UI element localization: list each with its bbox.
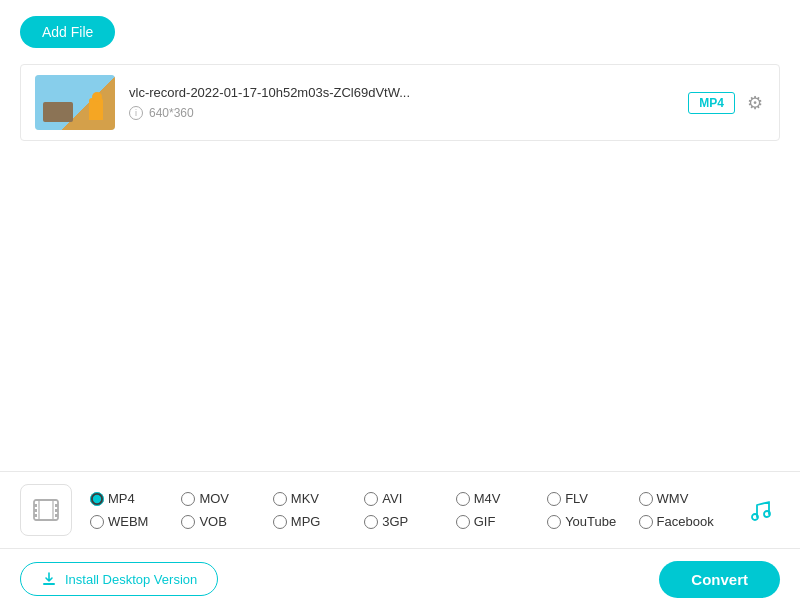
svg-rect-5 [55,509,58,512]
file-info: vlc-record-2022-01-17-10h52m03s-ZCl69dVt… [129,85,674,120]
label-facebook: Facebook [657,514,714,529]
format-badge: MP4 [688,92,735,114]
label-webm: WEBM [108,514,148,529]
format-option-vob[interactable]: VOB [181,514,272,529]
format-option-webm[interactable]: WEBM [90,514,181,529]
file-thumbnail [35,75,115,130]
svg-rect-2 [34,509,37,512]
file-resolution: 640*360 [149,106,194,120]
radio-avi[interactable] [364,492,378,506]
format-option-avi[interactable]: AVI [364,491,455,506]
add-file-button[interactable]: Add File [20,16,115,48]
radio-m4v[interactable] [456,492,470,506]
format-option-gif[interactable]: GIF [456,514,547,529]
bottom-bar: Install Desktop Version Convert [0,549,800,609]
settings-button[interactable]: ⚙ [745,90,765,116]
format-option-youtube[interactable]: YouTube [547,514,638,529]
radio-youtube[interactable] [547,515,561,529]
music-icon-box[interactable] [740,490,780,530]
label-mp4: MP4 [108,491,135,506]
format-panel: MP4 MOV MKV AVI M4V FLV WMV WEBM [0,471,800,549]
svg-rect-11 [43,583,55,585]
format-option-flv[interactable]: FLV [547,491,638,506]
radio-mp4[interactable] [90,492,104,506]
convert-button[interactable]: Convert [659,561,780,598]
svg-rect-6 [55,514,58,517]
svg-rect-0 [34,500,58,520]
film-icon [32,496,60,524]
file-actions: MP4 ⚙ [688,90,765,116]
label-mpg: MPG [291,514,321,529]
radio-facebook[interactable] [639,515,653,529]
label-mov: MOV [199,491,229,506]
svg-rect-1 [34,504,37,507]
label-wmv: WMV [657,491,689,506]
file-list-item: vlc-record-2022-01-17-10h52m03s-ZCl69dVt… [20,64,780,141]
svg-rect-4 [55,504,58,507]
label-avi: AVI [382,491,402,506]
svg-rect-3 [34,514,37,517]
label-vob: VOB [199,514,226,529]
label-m4v: M4V [474,491,501,506]
label-flv: FLV [565,491,588,506]
format-option-mov[interactable]: MOV [181,491,272,506]
label-youtube: YouTube [565,514,616,529]
radio-mpg[interactable] [273,515,287,529]
format-icon-box [20,484,72,536]
radio-webm[interactable] [90,515,104,529]
format-option-mp4[interactable]: MP4 [90,491,181,506]
radio-mov[interactable] [181,492,195,506]
label-gif: GIF [474,514,496,529]
radio-wmv[interactable] [639,492,653,506]
format-option-wmv[interactable]: WMV [639,491,730,506]
install-desktop-button[interactable]: Install Desktop Version [20,562,218,596]
format-options: MP4 MOV MKV AVI M4V FLV WMV WEBM [90,491,730,529]
middle-area [0,141,800,411]
radio-vob[interactable] [181,515,195,529]
radio-gif[interactable] [456,515,470,529]
radio-flv[interactable] [547,492,561,506]
top-bar: Add File [0,0,800,64]
format-option-mpg[interactable]: MPG [273,514,364,529]
format-option-mkv[interactable]: MKV [273,491,364,506]
music-icon [747,497,773,523]
format-option-3gp[interactable]: 3GP [364,514,455,529]
format-option-facebook[interactable]: Facebook [639,514,730,529]
radio-mkv[interactable] [273,492,287,506]
label-3gp: 3GP [382,514,408,529]
format-option-m4v[interactable]: M4V [456,491,547,506]
file-name: vlc-record-2022-01-17-10h52m03s-ZCl69dVt… [129,85,674,100]
label-mkv: MKV [291,491,319,506]
radio-3gp[interactable] [364,515,378,529]
info-icon: i [129,106,143,120]
file-meta: i 640*360 [129,106,674,120]
install-button-label: Install Desktop Version [65,572,197,587]
download-icon [41,571,57,587]
